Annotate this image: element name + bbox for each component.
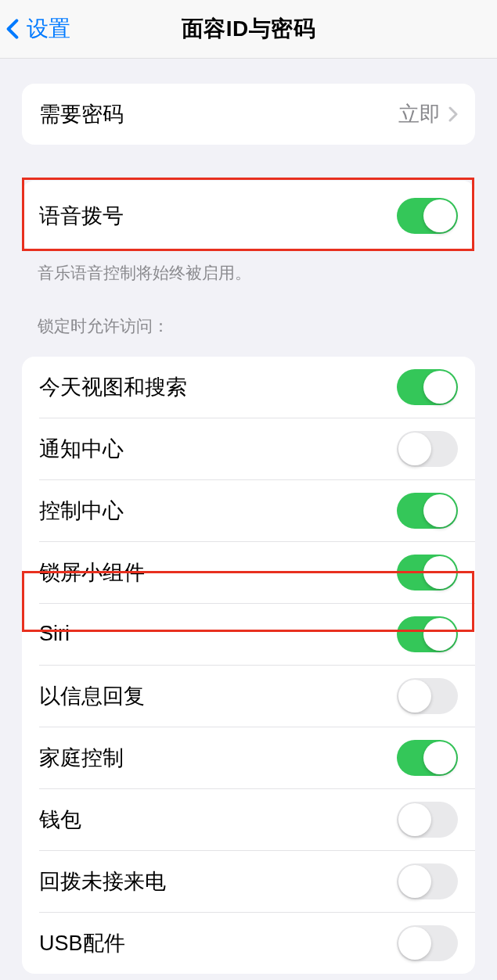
voice-dial-footer: 音乐语音控制将始终被启用。 [0,251,497,285]
list-item: USB配件 [22,913,475,974]
lock-access-section: 今天视图和搜索通知中心控制中心锁屏小组件Siri以信息回复家庭控制钱包回拨未接来… [22,357,475,974]
list-item-toggle[interactable] [397,616,458,652]
back-label: 设置 [27,14,70,44]
list-item-label: 锁屏小组件 [39,558,145,587]
list-item-label: 以信息回复 [39,682,145,710]
list-item: 锁屏小组件 [22,542,475,603]
list-item: 以信息回复 [22,666,475,727]
voice-dial-label: 语音拨号 [39,202,124,230]
list-item-toggle[interactable] [397,863,458,899]
list-item-label: USB配件 [39,929,125,957]
list-item-toggle[interactable] [397,555,458,591]
list-item-toggle[interactable] [397,493,458,529]
lock-access-header: 锁定时允许访问： [0,315,497,345]
list-item-label: 今天视图和搜索 [39,373,187,401]
list-item-toggle[interactable] [397,740,458,776]
list-item: 回拨未接来电 [22,851,475,912]
voice-dial-section: 语音拨号 [22,181,475,251]
list-item-label: 回拨未接来电 [39,867,166,896]
list-item-toggle[interactable] [397,925,458,961]
require-passcode-section: 需要密码 立即 [22,84,475,145]
list-item-toggle[interactable] [397,802,458,838]
list-item: 钱包 [22,789,475,850]
list-item-label: 控制中心 [39,497,124,525]
require-passcode-label: 需要密码 [39,100,124,128]
list-item-label: Siri [39,622,70,646]
list-item: 控制中心 [22,480,475,541]
list-item: 通知中心 [22,418,475,479]
list-item: 今天视图和搜索 [22,357,475,418]
voice-dial-toggle[interactable] [397,198,458,234]
page-title: 面容ID与密码 [182,14,316,44]
list-item: Siri [22,604,475,665]
list-item-label: 通知中心 [39,435,124,463]
back-button[interactable]: 设置 [6,14,70,44]
list-item-label: 家庭控制 [39,744,124,772]
nav-header: 设置 面容ID与密码 [0,0,497,59]
list-item-label: 钱包 [39,806,81,834]
voice-dial-row: 语音拨号 [22,181,475,251]
require-passcode-row[interactable]: 需要密码 立即 [22,84,475,145]
lock-access-footer: iPhone锁定超过一小时后，需先解锁iPhone才能允许USB配件连接。 [0,974,497,981]
chevron-left-icon [6,16,22,41]
require-passcode-value: 立即 [398,100,458,128]
list-item-toggle[interactable] [397,431,458,467]
chevron-right-icon [448,106,458,122]
list-item: 家庭控制 [22,727,475,788]
list-item-toggle[interactable] [397,678,458,714]
list-item-toggle[interactable] [397,369,458,405]
